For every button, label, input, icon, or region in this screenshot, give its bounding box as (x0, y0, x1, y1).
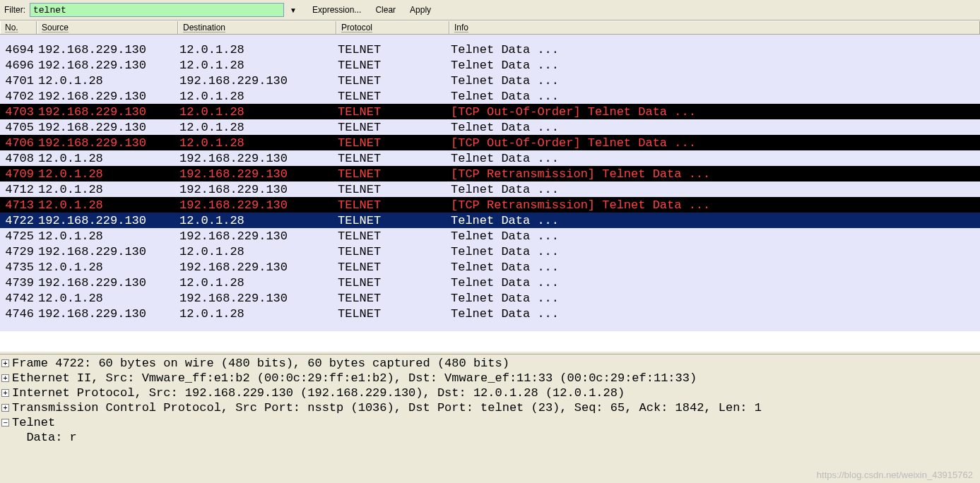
packet-destination: 192.168.229.130 (178, 261, 336, 274)
packet-protocol: TELNET (336, 292, 449, 305)
detail-line[interactable]: +Transmission Control Protocol, Src Port… (0, 400, 980, 415)
col-header-source[interactable]: Source (37, 21, 178, 34)
packet-no: 4722 (0, 214, 37, 227)
packet-destination: 12.0.1.28 (178, 59, 336, 72)
packet-protocol: TELNET (336, 167, 449, 181)
packet-protocol: TELNET (336, 214, 449, 227)
packet-no: 4705 (0, 121, 37, 134)
packet-row[interactable]: 4746192.168.229.13012.0.1.28TELNETTelnet… (0, 306, 980, 321)
packet-source: 12.0.1.28 (37, 152, 178, 165)
packet-source: 192.168.229.130 (37, 121, 178, 134)
packet-destination: 12.0.1.28 (178, 245, 336, 258)
expand-plus-icon[interactable]: + (1, 404, 9, 412)
packet-info: Telnet Data ... (449, 214, 980, 227)
expression-button[interactable]: Expression... (312, 5, 361, 15)
packet-protocol: TELNET (336, 198, 449, 212)
packet-protocol: TELNET (336, 307, 449, 321)
detail-line[interactable]: +Frame 4722: 60 bytes on wire (480 bits)… (0, 356, 980, 371)
packet-no: 4713 (0, 198, 37, 212)
detail-line[interactable]: Data: r (0, 430, 980, 445)
packet-no: 4709 (0, 167, 37, 181)
packet-destination: 12.0.1.28 (178, 136, 336, 150)
packet-destination: 12.0.1.28 (178, 307, 336, 321)
packet-info: [TCP Retransmission] Telnet Data ... (449, 198, 980, 212)
packet-protocol: TELNET (336, 74, 449, 88)
packet-protocol: TELNET (336, 105, 449, 119)
packet-destination: 192.168.229.130 (178, 292, 336, 305)
packet-row[interactable]: 474212.0.1.28192.168.229.130TELNETTelnet… (0, 290, 980, 306)
watermark-text: https://blog.csdn.net/weixin_43915762 (817, 470, 973, 471)
detail-line[interactable]: −Telnet (0, 415, 980, 430)
packet-row[interactable]: 470812.0.1.28192.168.229.130TELNETTelnet… (0, 150, 980, 166)
packet-row[interactable]: 4722192.168.229.13012.0.1.28TELNETTelnet… (0, 213, 980, 228)
packet-details-pane[interactable]: https://blog.csdn.net/weixin_43915762 +F… (0, 354, 980, 471)
packet-destination: 12.0.1.28 (178, 214, 336, 227)
packet-info: [TCP Out-Of-Order] Telnet Data ... (449, 136, 980, 150)
packet-row[interactable]: 4696192.168.229.13012.0.1.28TELNETTelnet… (0, 57, 980, 73)
detail-text: Transmission Control Protocol, Src Port:… (12, 401, 762, 415)
detail-line[interactable]: +Internet Protocol, Src: 192.168.229.130… (0, 386, 980, 400)
packet-info: Telnet Data ... (449, 59, 980, 72)
packet-protocol: TELNET (336, 245, 449, 258)
packet-info: Telnet Data ... (449, 229, 980, 243)
clear-button[interactable]: Clear (375, 5, 396, 15)
detail-text: Internet Protocol, Src: 192.168.229.130 … (12, 386, 625, 400)
expand-minus-icon[interactable]: − (1, 419, 9, 427)
packet-source: 12.0.1.28 (37, 183, 178, 196)
col-header-info[interactable]: Info (449, 21, 980, 34)
packet-row[interactable]: 4739192.168.229.13012.0.1.28TELNETTelnet… (0, 275, 980, 290)
filter-label: Filter: (4, 5, 27, 15)
packet-no: 4696 (0, 59, 37, 72)
packet-info: Telnet Data ... (449, 245, 980, 258)
packet-no: 4706 (0, 136, 37, 150)
packet-no: 4725 (0, 229, 37, 243)
packet-info: Telnet Data ... (449, 276, 980, 290)
packet-row[interactable]: 470912.0.1.28192.168.229.130TELNET[TCP R… (0, 166, 980, 181)
packet-row[interactable]: 4703192.168.229.13012.0.1.28TELNET[TCP O… (0, 104, 980, 119)
col-header-no[interactable]: No. (0, 21, 37, 34)
packet-destination: 192.168.229.130 (178, 152, 336, 165)
packet-row[interactable]: 472512.0.1.28192.168.229.130TELNETTelnet… (0, 228, 980, 244)
packet-list[interactable]: 4694192.168.229.13012.0.1.28TELNETTelnet… (0, 35, 980, 351)
packet-row[interactable]: 473512.0.1.28192.168.229.130TELNETTelnet… (0, 259, 980, 275)
expand-plus-icon[interactable]: + (1, 359, 9, 367)
packet-protocol: TELNET (336, 59, 449, 72)
packet-protocol: TELNET (336, 136, 449, 150)
col-header-destination[interactable]: Destination (178, 21, 336, 34)
detail-line[interactable]: +Ethernet II, Src: Vmware_ff:e1:b2 (00:0… (0, 371, 980, 386)
packet-protocol: TELNET (336, 152, 449, 165)
detail-text: Telnet (12, 416, 55, 429)
packet-info: [TCP Retransmission] Telnet Data ... (449, 167, 980, 181)
packet-destination: 12.0.1.28 (178, 121, 336, 134)
apply-button[interactable]: Apply (410, 5, 431, 15)
packet-source: 192.168.229.130 (37, 90, 178, 103)
packet-protocol: TELNET (336, 261, 449, 274)
packet-no: 4701 (0, 74, 37, 88)
packet-row[interactable]: 4694192.168.229.13012.0.1.28TELNETTelnet… (0, 42, 980, 57)
packet-destination: 192.168.229.130 (178, 229, 336, 243)
detail-text: Data: r (12, 431, 77, 444)
packet-source: 192.168.229.130 (37, 245, 178, 258)
packet-list-header: No. Source Destination Protocol Info (0, 20, 980, 35)
packet-info: Telnet Data ... (449, 307, 980, 321)
packet-row[interactable] (0, 321, 980, 331)
packet-info: Telnet Data ... (449, 121, 980, 134)
filter-dropdown-icon[interactable]: ▼ (288, 6, 298, 14)
packet-row[interactable]: 471212.0.1.28192.168.229.130TELNETTelnet… (0, 181, 980, 197)
packet-no: 4735 (0, 261, 37, 274)
filter-input[interactable] (30, 3, 284, 17)
packet-no: 4712 (0, 183, 37, 196)
packet-row[interactable] (0, 35, 980, 42)
packet-row[interactable]: 470112.0.1.28192.168.229.130TELNETTelnet… (0, 73, 980, 88)
expand-plus-icon[interactable]: + (1, 389, 9, 397)
packet-protocol: TELNET (336, 121, 449, 134)
packet-row[interactable]: 4702192.168.229.13012.0.1.28TELNETTelnet… (0, 88, 980, 104)
expand-plus-icon[interactable]: + (1, 374, 9, 382)
packet-row[interactable]: 4705192.168.229.13012.0.1.28TELNETTelnet… (0, 119, 980, 135)
packet-row[interactable]: 4729192.168.229.13012.0.1.28TELNETTelnet… (0, 244, 980, 259)
col-header-protocol[interactable]: Protocol (336, 21, 449, 34)
packet-row[interactable]: 471312.0.1.28192.168.229.130TELNET[TCP R… (0, 197, 980, 213)
packet-no: 4739 (0, 276, 37, 290)
packet-no: 4694 (0, 43, 37, 56)
packet-row[interactable]: 4706192.168.229.13012.0.1.28TELNET[TCP O… (0, 135, 980, 150)
